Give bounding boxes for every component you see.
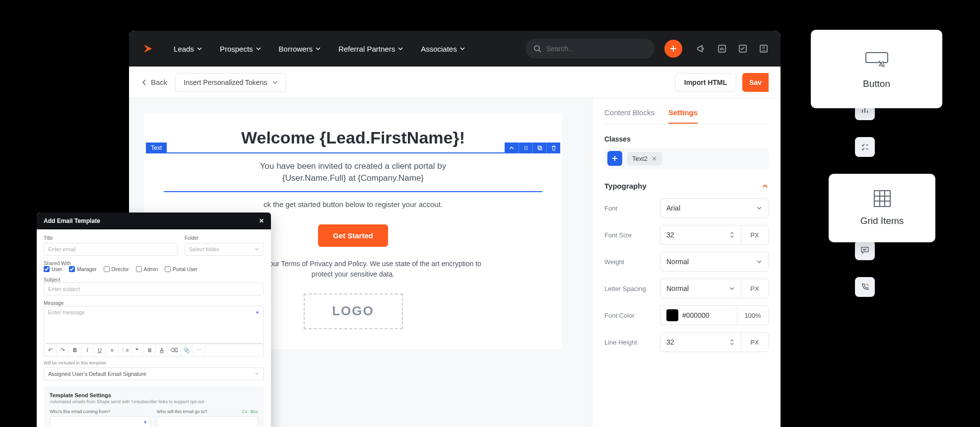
email-heading: Welcome {Lead.FirstName}! bbox=[164, 128, 542, 147]
signature-select[interactable]: Assigned User's Default Email Signature bbox=[44, 367, 264, 380]
stepper-icon[interactable] bbox=[729, 338, 735, 346]
block-card-button[interactable]: Button bbox=[811, 30, 942, 108]
checklist-icon[interactable] bbox=[738, 44, 748, 54]
bold-icon[interactable]: B bbox=[69, 344, 81, 356]
check-admin[interactable]: Admin bbox=[136, 266, 158, 272]
redo-icon[interactable]: ↷ bbox=[57, 344, 69, 356]
stepper-icon[interactable] bbox=[729, 231, 735, 239]
import-html-button[interactable]: Import HTML bbox=[675, 73, 736, 92]
move-up-icon[interactable] bbox=[505, 142, 519, 153]
message-editor[interactable]: Enter message ✦ bbox=[44, 306, 264, 344]
line-height-input[interactable]: 32 bbox=[660, 332, 741, 352]
font-color-input[interactable]: #000000 bbox=[660, 305, 737, 325]
bcc-link[interactable]: Bcc bbox=[251, 409, 258, 414]
cc-link[interactable]: Cc bbox=[242, 409, 248, 414]
add-button[interactable] bbox=[664, 40, 682, 58]
search-box[interactable] bbox=[525, 39, 654, 59]
modal-header: Add Email Template ✕ bbox=[37, 213, 271, 229]
settings-tabs: Content Blocks Settings bbox=[604, 108, 769, 124]
check-manager[interactable]: Manager bbox=[69, 266, 96, 272]
user-icon[interactable] bbox=[759, 44, 769, 54]
list-ol-icon[interactable]: ⋮≡ bbox=[119, 344, 131, 356]
nav-referral-partners[interactable]: Referral Partners bbox=[331, 41, 410, 57]
letter-spacing-select[interactable]: Normal bbox=[660, 279, 741, 298]
add-class-button[interactable] bbox=[607, 151, 622, 166]
invite-line-2: {User.Name.Full} at {Company.Name} bbox=[282, 173, 424, 183]
logo-placeholder[interactable]: LOGO bbox=[304, 293, 403, 329]
ai-spark-icon[interactable]: ✦ bbox=[255, 309, 260, 316]
rail-chat-icon[interactable] bbox=[855, 240, 875, 260]
from-input[interactable]: ✦ bbox=[50, 416, 151, 427]
italic-icon[interactable]: I bbox=[81, 344, 94, 356]
svg-point-11 bbox=[526, 149, 527, 150]
save-button[interactable]: Sav bbox=[742, 73, 769, 92]
attach-icon[interactable]: 📎 bbox=[181, 344, 193, 356]
check-portal-user[interactable]: Portal User bbox=[165, 266, 197, 272]
check-user[interactable]: User bbox=[44, 266, 62, 272]
send-settings-title: Template Send Settings bbox=[50, 392, 258, 398]
back-button[interactable]: Back bbox=[141, 78, 167, 86]
prop-weight: Weight Normal bbox=[604, 252, 769, 272]
font-select[interactable]: Arial bbox=[660, 198, 769, 218]
prop-font: Font Arial bbox=[604, 198, 769, 218]
duplicate-icon[interactable] bbox=[532, 142, 546, 153]
font-size-unit[interactable]: PX bbox=[741, 225, 769, 245]
megaphone-icon[interactable] bbox=[696, 44, 706, 54]
nav-prospects[interactable]: Prospects bbox=[213, 41, 268, 57]
button-block-icon bbox=[864, 49, 890, 71]
prop-font-size: Font Size 32 PX bbox=[604, 225, 769, 245]
shared-with-checks: User Manager Director Admin Portal User bbox=[44, 266, 264, 272]
include-help: Will be included in this template bbox=[44, 360, 264, 365]
underline-icon[interactable]: U bbox=[94, 344, 106, 356]
chevron-down-icon bbox=[272, 79, 278, 85]
classes-label: Classes bbox=[604, 135, 769, 143]
block-card-grid[interactable]: Grid Items bbox=[829, 174, 935, 242]
align-icon[interactable]: ≣ bbox=[143, 344, 156, 356]
svg-rect-13 bbox=[539, 147, 542, 150]
rail-tasks-icon[interactable] bbox=[855, 137, 875, 157]
folder-select[interactable]: Select folder bbox=[185, 243, 264, 256]
drag-handle-icon[interactable] bbox=[519, 142, 532, 153]
nav-borrowers[interactable]: Borrowers bbox=[272, 41, 327, 57]
topbar-icon-group bbox=[696, 44, 769, 54]
classes-row: Text2 ✕ bbox=[604, 148, 769, 169]
chart-icon[interactable] bbox=[717, 44, 727, 54]
font-color-opacity[interactable]: 100% bbox=[737, 305, 769, 325]
letter-spacing-unit[interactable]: PX bbox=[741, 279, 769, 298]
quote-icon[interactable]: ❝ bbox=[131, 344, 143, 356]
subject-input[interactable]: Enter subject bbox=[44, 283, 264, 295]
editor-toolbar: Back Insert Personalized Tokens Import H… bbox=[129, 67, 781, 98]
insert-tokens-button[interactable]: Insert Personalized Tokens bbox=[175, 73, 286, 92]
folder-label: Folder bbox=[185, 235, 264, 241]
svg-line-1 bbox=[539, 50, 541, 52]
title-input[interactable]: Enter email bbox=[44, 243, 178, 256]
block-actions bbox=[505, 142, 560, 153]
check-director[interactable]: Director bbox=[104, 266, 129, 272]
svg-point-9 bbox=[526, 147, 527, 148]
weight-select[interactable]: Normal bbox=[660, 252, 769, 272]
text-color-icon[interactable]: A bbox=[156, 344, 168, 356]
selected-text-block[interactable]: Text You have been invited to created a … bbox=[164, 152, 542, 192]
search-input[interactable] bbox=[546, 45, 647, 53]
clear-format-icon[interactable]: ⌫ bbox=[168, 344, 181, 356]
get-started-button[interactable]: Get Started bbox=[318, 224, 388, 247]
chevron-down-icon bbox=[756, 259, 762, 265]
tab-content-blocks[interactable]: Content Blocks bbox=[604, 108, 654, 124]
rail-phone-icon[interactable] bbox=[855, 277, 875, 297]
more-icon[interactable]: ⋯ bbox=[193, 344, 205, 356]
nav-leads[interactable]: Leads bbox=[167, 41, 209, 57]
delete-icon[interactable] bbox=[546, 142, 560, 153]
remove-class-icon[interactable]: ✕ bbox=[652, 155, 657, 162]
typography-section-head[interactable]: Typography bbox=[604, 182, 769, 190]
close-icon[interactable]: ✕ bbox=[259, 217, 264, 224]
nav-associates[interactable]: Associates bbox=[414, 41, 472, 57]
title-label: Title bbox=[44, 235, 178, 241]
undo-icon[interactable]: ↶ bbox=[44, 344, 57, 356]
list-ul-icon[interactable]: ≡ bbox=[106, 344, 119, 356]
to-input[interactable] bbox=[157, 416, 258, 427]
tab-settings[interactable]: Settings bbox=[668, 108, 698, 124]
chevron-left-icon bbox=[141, 79, 148, 86]
line-height-unit[interactable]: PX bbox=[741, 332, 769, 352]
add-template-modal: Add Email Template ✕ Title Enter email F… bbox=[37, 213, 271, 427]
font-size-input[interactable]: 32 bbox=[660, 225, 741, 245]
